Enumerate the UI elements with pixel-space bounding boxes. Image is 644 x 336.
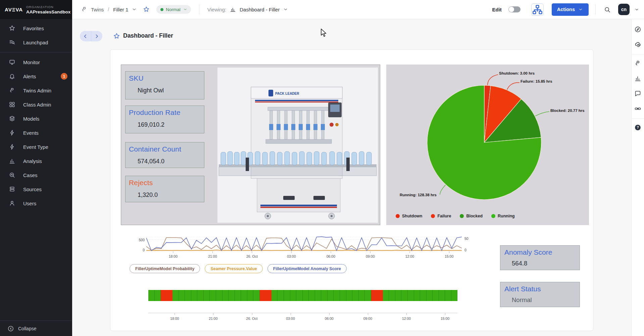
breadcrumb-root[interactable]: Twins [91, 7, 104, 12]
monitor-icon [9, 59, 15, 66]
kpi-value: 169,010.2 [138, 121, 201, 128]
axis-tick [291, 313, 291, 315]
dashboard-chart-icon [230, 6, 236, 13]
pie-annotation: Failure: 15.85 hrs [521, 79, 552, 83]
strip-segment-ok [235, 290, 241, 301]
strip-segment-ok [328, 290, 334, 301]
sidebar-item-label: Cases [23, 172, 38, 178]
sidebar-item-twins-admin[interactable]: Twins Admin [0, 83, 72, 97]
strip-segment-ok [148, 290, 155, 301]
panel-value: Normal [512, 296, 576, 304]
strip-segment-ok [309, 290, 315, 301]
strip-segment-alarm [260, 290, 266, 301]
series-legend: FillerUptimeModel ProbabilitySeamer Pres… [130, 264, 347, 273]
actions-label: Actions [557, 7, 575, 12]
filler-machine-image: PACK LEADER [217, 68, 378, 223]
compass-icon[interactable] [634, 26, 641, 33]
actions-button[interactable]: Actions [552, 3, 589, 16]
sidebar-item-sources[interactable]: Sources [0, 182, 72, 196]
forward-button[interactable] [91, 33, 102, 40]
chevron-down-icon[interactable] [634, 7, 639, 12]
kpi-value: 574,054.0 [138, 158, 201, 165]
link-icon[interactable] [634, 105, 641, 112]
status-dot-icon [160, 8, 163, 11]
sidebar-item-analysis[interactable]: Analysis [0, 154, 72, 168]
y-axis-right-max: 50 [464, 237, 468, 241]
toggle-knob [509, 7, 514, 12]
strip-segment-ok [222, 290, 229, 301]
chevron-down-icon[interactable] [283, 7, 288, 12]
dashboard-card: SKUNight OwlProduction Rate169,010.2Cont… [110, 49, 593, 331]
x-tick-label: 12:00 [405, 254, 414, 258]
back-button[interactable] [80, 33, 91, 40]
strip-segment-ok [241, 290, 247, 301]
edit-toggle[interactable] [508, 6, 521, 12]
comment-icon[interactable] [634, 90, 641, 97]
x-tick-label: 26. Oct [246, 254, 258, 258]
divider [199, 4, 199, 14]
status-timeline-axis: 18:0021:0026. Oct03:0006:0009:0012:0015:… [148, 313, 457, 322]
sidebar-item-favorites[interactable]: Favorites [0, 21, 72, 35]
series-pill-1[interactable]: FillerUptimeModel Probability [130, 264, 200, 273]
x-tick-label: 09:00 [363, 317, 372, 321]
x-tick-label: 06:00 [327, 254, 335, 258]
sidebar-item-monitor[interactable]: Monitor [0, 55, 72, 69]
status-badge[interactable]: Normal [156, 5, 191, 14]
bolt-icon [9, 143, 15, 150]
series-pill-2[interactable]: Seamer Pressure.Value [205, 264, 262, 273]
sidebar-item-models[interactable]: Models [0, 112, 72, 126]
favorite-star-icon[interactable] [113, 33, 120, 40]
sidebar-item-events[interactable]: Events [0, 126, 72, 140]
breadcrumb-current[interactable]: Filler 1 [113, 7, 128, 12]
help-icon[interactable]: ? [634, 124, 641, 131]
sidebar-item-class-admin[interactable]: Class Admin [0, 97, 72, 112]
org-label: ORGANIZATION [26, 5, 70, 9]
cloud-clock-icon[interactable] [634, 41, 641, 48]
chart-icon[interactable] [634, 75, 641, 82]
avatar[interactable]: cn [618, 4, 630, 15]
sidebar-item-label: Analysis [23, 158, 42, 164]
sidebar-item-event-type[interactable]: Event Type [0, 140, 72, 154]
search-icon[interactable] [604, 6, 611, 13]
strip-segment-ok [365, 290, 371, 301]
pie-annotation: Running: 128.38 hrs [400, 193, 437, 197]
legend-label: Shutdown [402, 214, 422, 218]
sidebar-nav: FavoritesLaunchpadMonitorAlerts1Twins Ad… [0, 19, 72, 321]
strip-segment-ok [303, 290, 309, 301]
sidebar-item-label: Alerts [23, 74, 36, 79]
strip-segment-ok [290, 290, 297, 301]
axis-tick [368, 313, 368, 315]
series-pill-3[interactable]: FillerUptimeModel Anomaly Score [267, 264, 347, 273]
sidebar-item-launchpad[interactable]: Launchpad [0, 35, 72, 49]
sidebar-item-alerts[interactable]: Alerts1 [0, 69, 72, 83]
x-tick-label: 18:00 [170, 317, 179, 321]
strip-segment-ok [210, 290, 216, 301]
strip-segment-ok [346, 290, 353, 301]
twins-icon[interactable] [634, 60, 641, 67]
collapse-button[interactable]: Collapse [0, 321, 72, 336]
viewing-label: Viewing: [207, 7, 226, 12]
strip-segment-ok [155, 290, 161, 301]
strip-segment-ok [383, 290, 389, 301]
favorite-star-icon[interactable] [143, 6, 150, 13]
x-tick-label: 12:00 [402, 317, 411, 321]
sidebar-item-users[interactable]: Users [0, 196, 72, 210]
status-badge-label: Normal [166, 7, 181, 12]
axis-tick [213, 313, 213, 315]
x-tick-label: 03:00 [287, 254, 296, 258]
sidebar-item-cases[interactable]: Cases [0, 168, 72, 182]
kpi-production-rate: Production Rate169,010.2 [125, 106, 204, 133]
strip-segment-ok [172, 290, 179, 301]
strip-segment-ok [334, 290, 340, 301]
strip-segment-ok [296, 290, 303, 301]
chevron-down-icon[interactable] [132, 7, 137, 12]
pie-legend-item: Failure [431, 214, 451, 218]
machine-panel: SKUNight OwlProduction Rate169,010.2Cont… [121, 65, 380, 225]
strip-segment-ok [451, 290, 457, 301]
sidebar-item-label: Monitor [23, 59, 40, 65]
svg-text:?: ? [637, 125, 639, 129]
x-tick-label: 26. Oct [246, 317, 258, 321]
viewing-value[interactable]: Dashboard - Filler [240, 7, 280, 12]
strip-segment-ok [414, 290, 420, 301]
hierarchy-button[interactable] [531, 3, 544, 16]
